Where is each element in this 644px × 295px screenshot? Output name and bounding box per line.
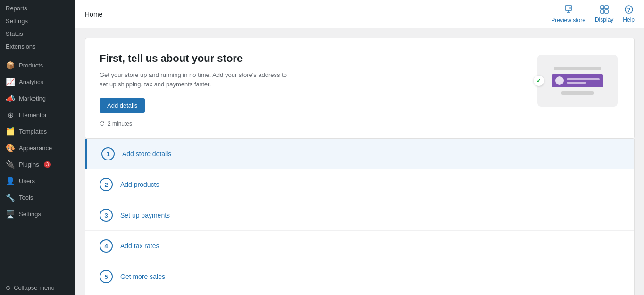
store-card-description: Get your store up and running in no time… — [100, 70, 288, 89]
sidebar-item-analytics[interactable]: 📈 Analytics — [0, 74, 75, 90]
sidebar-item-elementor[interactable]: ⊕ Elementor — [0, 107, 75, 123]
sidebar-item-tools[interactable]: 🔧 Tools — [0, 189, 75, 206]
sidebar-separator — [0, 55, 75, 55]
illustration-avatar — [555, 76, 564, 85]
main-area: Home Preview store — [75, 0, 644, 295]
breadcrumb-home: Home — [85, 10, 102, 18]
svg-rect-4 — [605, 10, 608, 13]
sidebar-item-products[interactable]: 📦 Products — [0, 57, 75, 74]
illustration-checkmark: ✓ — [534, 76, 544, 86]
sidebar-label-tools: Tools — [19, 194, 33, 201]
sidebar-label-marketing: Marketing — [19, 95, 46, 102]
sidebar-item-marketing[interactable]: 📣 Marketing — [0, 90, 75, 107]
preview-store-icon — [564, 4, 573, 16]
illustration-card-lines — [567, 78, 600, 84]
marketing-icon: 📣 — [6, 94, 15, 103]
sidebar-item-reports[interactable]: Reports — [0, 2, 75, 15]
illustration-line-1 — [554, 67, 601, 70]
plugins-badge: 3 — [44, 161, 51, 168]
sidebar-label-settings: Settings — [19, 211, 41, 218]
templates-icon: 🗂️ — [6, 127, 15, 136]
collapse-menu-button[interactable]: ⊙ Collapse menu — [0, 280, 75, 295]
svg-text:?: ? — [627, 7, 630, 13]
step-3[interactable]: 3 Set up payments — [85, 200, 634, 231]
sidebar-label-appearance: Appearance — [19, 144, 52, 152]
sidebar-item-extensions[interactable]: Extensions — [0, 40, 75, 53]
content-area: First, tell us about your store Get your… — [75, 28, 644, 295]
products-icon: 📦 — [6, 61, 15, 70]
store-illustration: ✓ — [535, 52, 620, 109]
time-estimate-text: 2 minutes — [108, 120, 132, 127]
step-1-label: Add store details — [122, 150, 171, 158]
analytics-icon: 📈 — [6, 77, 15, 86]
collapse-label: Collapse menu — [14, 284, 55, 291]
step-6[interactable]: 6 Personalize your store — [85, 292, 634, 295]
time-estimate: ⏱ 2 minutes — [100, 120, 535, 127]
svg-rect-2 — [605, 6, 608, 9]
display-button[interactable]: Display — [595, 5, 613, 23]
steps-container: 1 Add store details 2 Add products 3 Set… — [85, 139, 635, 295]
illustration-card-line-2 — [567, 82, 586, 84]
appearance-icon: 🎨 — [6, 143, 15, 152]
sidebar-item-settings[interactable]: 🖥️ Settings — [0, 206, 75, 222]
breadcrumb: Home — [85, 10, 102, 18]
illustration-card — [552, 74, 603, 87]
step-5-number: 5 — [100, 270, 113, 283]
elementor-icon: ⊕ — [6, 110, 15, 119]
display-icon — [600, 5, 609, 16]
sidebar-item-plugins[interactable]: 🔌 Plugins 3 — [0, 156, 75, 173]
illustration-card-line-1 — [567, 78, 600, 80]
preview-store-label: Preview store — [551, 17, 585, 24]
settings-icon: 🖥️ — [6, 210, 15, 219]
sidebar-label-elementor: Elementor — [19, 111, 47, 118]
topbar-actions: Preview store Display ? — [551, 4, 635, 24]
step-3-number: 3 — [100, 209, 113, 222]
step-4[interactable]: 4 Add tax rates — [85, 231, 634, 261]
sidebar-main-section: 📦 Products 📈 Analytics 📣 Marketing ⊕ Ele… — [0, 57, 75, 222]
step-5[interactable]: 5 Get more sales — [85, 261, 634, 292]
sidebar-top-section: Reports Settings Status Extensions — [0, 0, 75, 53]
sidebar: Reports Settings Status Extensions 📦 Pro… — [0, 0, 75, 295]
store-card-title: First, tell us about your store — [100, 52, 535, 65]
plugins-icon: 🔌 — [6, 160, 15, 169]
store-intro-card: First, tell us about your store Get your… — [85, 38, 635, 139]
sidebar-label-analytics: Analytics — [19, 78, 43, 85]
step-2-label: Add products — [120, 181, 159, 188]
sidebar-item-status[interactable]: Status — [0, 27, 75, 40]
illustration-background: ✓ — [537, 55, 618, 107]
sidebar-item-appearance[interactable]: 🎨 Appearance — [0, 140, 75, 156]
store-card-left: First, tell us about your store Get your… — [100, 52, 535, 127]
preview-store-button[interactable]: Preview store — [551, 4, 585, 24]
collapse-icon: ⊙ — [6, 284, 11, 291]
sidebar-label-users: Users — [19, 177, 35, 185]
sidebar-item-templates[interactable]: 🗂️ Templates — [0, 123, 75, 140]
users-icon: 👤 — [6, 177, 15, 185]
step-1[interactable]: 1 Add store details — [85, 139, 634, 169]
sidebar-item-users[interactable]: 👤 Users — [0, 173, 75, 189]
svg-rect-3 — [601, 10, 604, 13]
step-5-label: Get more sales — [120, 273, 165, 280]
step-2[interactable]: 2 Add products — [85, 169, 634, 200]
help-label: Help — [623, 17, 635, 23]
step-2-number: 2 — [100, 178, 113, 191]
sidebar-label-plugins: Plugins — [19, 161, 39, 168]
clock-icon: ⏱ — [100, 120, 105, 127]
store-card-title-highlight: tell us about your store — [128, 52, 243, 64]
display-label: Display — [595, 17, 613, 23]
step-4-number: 4 — [100, 239, 113, 253]
sidebar-label-products: Products — [19, 62, 43, 69]
tools-icon: 🔧 — [6, 193, 15, 202]
sidebar-label-templates: Templates — [19, 128, 47, 135]
step-4-label: Add tax rates — [120, 242, 159, 250]
sidebar-bottom: ⊙ Collapse menu — [0, 280, 75, 295]
topbar: Home Preview store — [75, 0, 644, 28]
illustration-line-2 — [561, 91, 594, 95]
sidebar-item-settings-top[interactable]: Settings — [0, 15, 75, 27]
help-button[interactable]: ? Help — [623, 5, 635, 23]
help-icon: ? — [624, 5, 634, 16]
step-1-number: 1 — [101, 147, 115, 160]
svg-rect-1 — [601, 6, 604, 9]
step-3-label: Set up payments — [120, 211, 170, 219]
add-details-button[interactable]: Add details — [100, 98, 145, 113]
